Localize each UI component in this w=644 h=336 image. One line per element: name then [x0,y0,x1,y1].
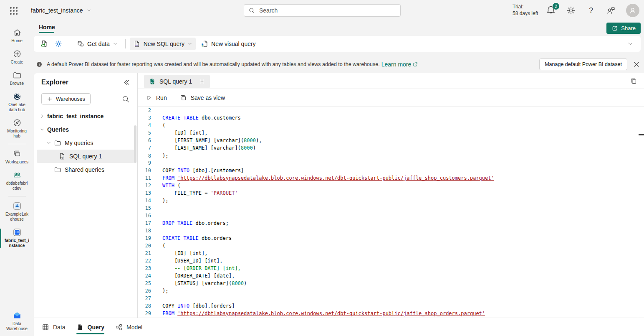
copy-icon[interactable] [630,77,637,85]
toolbar-overflow-button[interactable] [624,38,636,50]
manage-default-dataset-button[interactable]: Manage default Power BI dataset [539,59,627,70]
code-line-15[interactable]: 15 [138,204,644,212]
line-number: 12 [138,182,151,189]
line-number: 25 [138,280,151,287]
sql-code-area[interactable]: 23CREATE TABLE dbo.customers4(5 [ID] [in… [138,107,644,317]
tree-item-shared-queries[interactable]: Shared queries [37,163,134,176]
chevron-down-icon[interactable] [46,140,51,145]
learn-more-link[interactable]: Learn more [381,61,419,68]
monitoring-icon [13,118,22,127]
code-line-22[interactable]: 22 [USER_ID] [int], [138,257,644,265]
line-number: 8 [138,152,151,159]
tree-item-my-queries[interactable]: My queries [37,136,134,150]
global-search[interactable] [244,4,401,17]
code-line-8[interactable]: 8); [138,152,638,159]
explorer-search-icon[interactable] [121,95,130,103]
new-sql-query-button[interactable]: SQL New SQL query [130,38,196,50]
sidebar-item-home[interactable]: Home [0,25,34,46]
chevron-right-icon[interactable] [40,114,45,119]
code-line-2[interactable]: 2 [138,107,644,114]
code-line-21[interactable]: 21 [ID] [int], [138,249,644,257]
code-text: FROM 'https://dbtlabsynapsedatalake.blob… [162,310,485,317]
code-text: WITH ( [162,182,180,189]
share-button[interactable]: Share [606,23,641,34]
code-text: FROM 'https://dbtlabsynapsedatalake.blob… [162,174,494,182]
sidebar-item-browse[interactable]: Browse [0,68,34,89]
code-line-19[interactable]: 19CREATE TABLE dbo.orders [138,234,644,242]
code-line-17[interactable]: 17DROP TABLE dbo.orders; [138,219,644,227]
tree-item-fabric-test-instance[interactable]: fabric_test_instance [37,109,134,123]
code-line-14[interactable]: 14); [138,197,644,204]
code-line-5[interactable]: 5 [ID] [int], [138,129,644,137]
chevron-down-icon[interactable] [40,127,45,132]
close-tab-icon[interactable] [199,79,205,84]
sidebar-item-people[interactable]: dbtlabsfabricdev [0,168,34,194]
tab-sql-query-1[interactable]: SQL SQL query 1 [144,75,210,88]
tree-item-queries[interactable]: Queries [37,123,134,136]
explorer-title: Explorer [41,79,68,86]
code-line-23[interactable]: 23 -- [ORDER_DATE] [int], [138,265,644,272]
view-tab-model[interactable]: Model [115,318,142,336]
notifications-button[interactable]: 2 [546,5,558,16]
line-number: 27 [138,295,151,302]
code-line-11[interactable]: 11FROM 'https://dbtlabsynapsedatalake.bl… [138,174,644,182]
search-input[interactable] [258,7,396,14]
lakehouse-icon [13,201,22,211]
line-number: 6 [138,137,151,144]
refresh-dataset-button[interactable] [38,38,51,50]
app-launcher-icon[interactable] [8,5,19,16]
sidebar-item-monitoring[interactable]: Monitoringhub [0,115,34,142]
code-line-4[interactable]: 4( [138,122,644,129]
code-line-27[interactable]: 27 [138,295,644,302]
code-line-16[interactable]: 16 [138,212,644,219]
sidebar-item-onelake[interactable]: OneLakedata hub [0,89,34,115]
view-tab-data[interactable]: Data [42,318,66,336]
settings-gear-icon[interactable] [566,5,576,15]
ribbon-row: Home Share [34,21,644,36]
banner-close-icon[interactable] [632,60,641,69]
sidebar-item-create[interactable]: Create [0,46,34,68]
notification-badge: 2 [553,3,559,10]
code-line-25[interactable]: 25 [STATUS] [varchar](8000) [138,280,644,287]
line-number: 15 [138,204,151,212]
help-icon[interactable]: ? [586,5,596,15]
main-content: Explorer Warehouses fabric_test_instance… [34,73,644,318]
view-tab-query[interactable]: Query [76,318,104,336]
feedback-icon[interactable] [606,5,616,15]
sidebar-item-datawarehouse[interactable]: DataWarehouse [0,308,34,334]
collapse-panel-icon[interactable] [122,78,131,87]
code-line-29[interactable]: 29FROM 'https://dbtlabsynapsedatalake.bl… [138,310,644,317]
code-line-20[interactable]: 20( [138,242,644,249]
editor-scrollbar-track[interactable] [638,107,638,318]
code-line-18[interactable]: 18 [138,227,644,234]
code-line-6[interactable]: 6 [FIRST_NAME] [varchar](8000), [138,137,644,144]
info-icon [36,61,43,68]
sidebar-item-warehouse[interactable]: fabric_test_instance [0,225,34,251]
code-line-24[interactable]: 24 [ORDER_DATE] [date], [138,272,644,280]
workspace-switcher[interactable]: fabric_test_instance [31,0,91,21]
add-warehouses-button[interactable]: Warehouses [41,93,91,104]
sidebar-item-label: ExampleLakehouse [5,212,28,222]
run-button[interactable]: Run [146,94,167,101]
tab-home[interactable]: Home [35,23,59,33]
code-line-26[interactable]: 26); [138,287,644,295]
save-as-view-button[interactable]: Save as view [179,94,225,102]
avatar[interactable] [626,4,639,17]
code-line-3[interactable]: 3CREATE TABLE dbo.customers [138,114,644,122]
code-line-7[interactable]: 7 [LAST_NAME] [varchar](8000) [138,144,644,152]
line-number: 16 [138,212,151,219]
sidebar-item-lakehouse[interactable]: ExampleLakehouse [0,199,34,225]
code-line-9[interactable]: 9 [138,159,644,167]
code-line-10[interactable]: 10COPY INTO [dbo].[customers] [138,167,644,174]
code-line-12[interactable]: 12WITH ( [138,182,644,189]
code-line-28[interactable]: 28COPY INTO [dbo].[orders] [138,302,644,310]
chevron-down-icon [86,8,91,13]
settings-button[interactable] [52,38,65,50]
code-line-13[interactable]: 13 FILE_TYPE = 'PARQUET' [138,189,644,197]
tree-item-sql-query-1[interactable]: SQLSQL query 1 [37,150,134,163]
explorer-scrollbar[interactable] [134,125,136,163]
new-visual-query-button[interactable]: New visual query [197,38,259,50]
get-data-button[interactable]: Get data [73,38,121,50]
sidebar-item-workspaces[interactable]: Workspaces [0,146,34,168]
sql-file-icon: SQL [58,153,66,160]
